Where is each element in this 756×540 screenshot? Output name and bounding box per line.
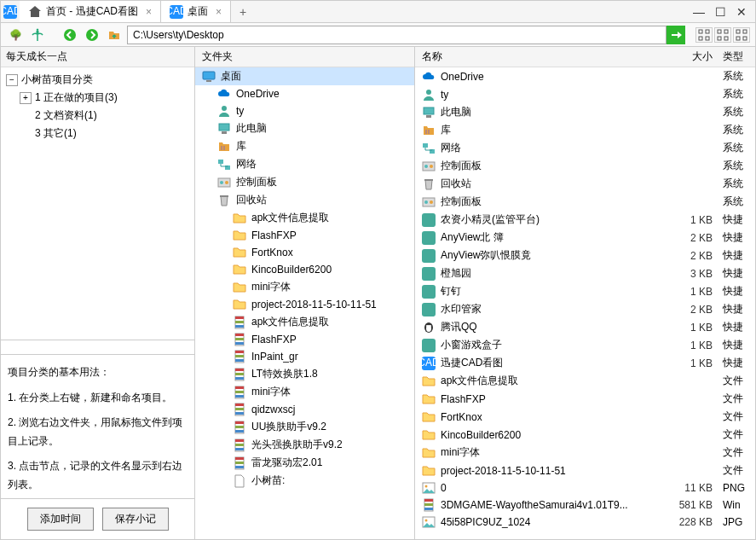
tree-item[interactable]: +1 正在做的项目(3) xyxy=(1,89,194,107)
tab-1[interactable]: 桌面× xyxy=(161,1,231,22)
file-type: JPG xyxy=(719,516,755,528)
file-size: 2 KB xyxy=(668,232,719,244)
file-item[interactable]: 农资小精灵(监管平台)1 KB快捷 xyxy=(415,211,755,229)
file-item[interactable]: 库系统 xyxy=(415,121,755,139)
minimize-button[interactable]: — xyxy=(693,5,705,19)
folder-item-label: FortKnox xyxy=(251,247,293,258)
file-item[interactable]: 迅捷CAD看图1 KB快捷 xyxy=(415,354,755,372)
file-item[interactable]: 网络系统 xyxy=(415,139,755,157)
file-type: 快捷 xyxy=(719,302,755,316)
tab-close-icon[interactable]: × xyxy=(146,6,152,18)
folder-item[interactable]: OneDrive xyxy=(195,85,414,102)
file-item[interactable]: mini字体文件 xyxy=(415,444,755,462)
palm-icon[interactable] xyxy=(28,26,47,44)
file-item[interactable]: 小窗游戏盒子1 KB快捷 xyxy=(415,336,755,354)
folder-item[interactable]: FlashFXP xyxy=(195,331,414,348)
save-note-button[interactable]: 保存小记 xyxy=(102,508,169,531)
toolbar: 🌳 xyxy=(1,23,755,47)
view-details-button[interactable] xyxy=(714,27,731,43)
tab-close-icon[interactable]: × xyxy=(216,6,222,18)
folder-item[interactable]: mini字体 xyxy=(195,383,414,401)
file-item[interactable]: 011 KBPNG xyxy=(415,479,755,496)
file-item[interactable]: 回收站系统 xyxy=(415,175,755,193)
folder-item[interactable]: KincoBuilder6200 xyxy=(195,261,414,278)
col-size[interactable]: 大小 xyxy=(668,49,719,64)
file-type: 系统 xyxy=(719,159,755,173)
file-item[interactable]: AnyView弥叭恨膜竟2 KB快捷 xyxy=(415,247,755,264)
folder-item[interactable]: qidzwxscj xyxy=(195,401,414,418)
view-icons-button[interactable] xyxy=(733,27,750,43)
pc-icon xyxy=(422,106,436,119)
file-item[interactable]: FlashFXP文件 xyxy=(415,390,755,408)
folder-item[interactable]: UU换肤助手v9.2 xyxy=(195,418,414,436)
file-item[interactable]: project-2018-11-5-10-11-51文件 xyxy=(415,462,755,479)
folder-icon xyxy=(422,392,436,406)
project-tree: − 小树苗项目分类 +1 正在做的项目(3)2 文档资料(1)3 其它(1) xyxy=(1,67,194,340)
tab-0[interactable]: 首页 - 迅捷CAD看图× xyxy=(20,1,161,22)
folder-item[interactable]: 光头强换肤助手v9.2 xyxy=(195,436,414,454)
folder-item[interactable]: FortKnox xyxy=(195,244,414,261)
folder-item[interactable]: 控制面板 xyxy=(195,173,414,191)
folder-list: 桌面OneDrivety此电脑库网络控制面板回收站apk文件信息提取FlashF… xyxy=(195,67,414,539)
file-name: OneDrive xyxy=(441,71,484,83)
folder-item[interactable]: 库 xyxy=(195,137,414,155)
maximize-button[interactable]: ☐ xyxy=(715,5,726,19)
file-name: FlashFXP xyxy=(441,393,486,405)
folder-item-label: mini字体 xyxy=(251,385,291,399)
up-button[interactable] xyxy=(105,26,124,44)
file-item[interactable]: 橙旭园3 KB快捷 xyxy=(415,264,755,282)
file-item[interactable]: 3DMGAME-WayoftheSamurai4v1.01T9...581 KB… xyxy=(415,496,755,514)
file-item[interactable]: 45i58PIC9UZ_1024228 KBJPG xyxy=(415,514,755,531)
tree-item[interactable]: 3 其它(1) xyxy=(1,125,194,142)
tree-icon[interactable]: 🌳 xyxy=(6,26,25,44)
collapse-icon[interactable]: − xyxy=(6,74,18,86)
col-type[interactable]: 类型 xyxy=(719,49,755,64)
folder-item[interactable]: apk文件信息提取 xyxy=(195,209,414,227)
address-input[interactable] xyxy=(127,26,667,44)
close-button[interactable]: ✕ xyxy=(736,5,747,19)
folder-item[interactable]: 雷龙驱动宏2.01 xyxy=(195,454,414,472)
file-item[interactable]: 腾讯QQ1 KB快捷 xyxy=(415,318,755,336)
lib-icon xyxy=(422,124,436,137)
folder-item[interactable]: FlashFXP xyxy=(195,227,414,244)
tab-add-button[interactable]: + xyxy=(231,5,255,19)
folder-item[interactable]: 此电脑 xyxy=(195,119,414,137)
folder-item[interactable]: LT特效换肤1.8 xyxy=(195,365,414,383)
folder-item[interactable]: ty xyxy=(195,102,414,119)
folder-item[interactable]: mini字体 xyxy=(195,278,414,296)
folder-item[interactable]: apk文件信息提取 xyxy=(195,313,414,331)
file-item[interactable]: 此电脑系统 xyxy=(415,103,755,121)
file-item[interactable]: 控制面板系统 xyxy=(415,193,755,211)
folder-item[interactable]: InPaint_gr xyxy=(195,348,414,365)
back-button[interactable] xyxy=(61,26,79,44)
view-list-button[interactable] xyxy=(695,27,713,43)
file-item[interactable]: OneDrive系统 xyxy=(415,67,755,85)
col-name[interactable]: 名称 xyxy=(415,49,668,64)
folder-item-label: 库 xyxy=(236,139,246,154)
tree-root[interactable]: − 小树苗项目分类 xyxy=(1,71,194,89)
file-item[interactable]: AnyView北 簿2 KB快捷 xyxy=(415,229,755,247)
folder-item[interactable]: project-2018-11-5-10-11-51 xyxy=(195,296,414,313)
folder-icon xyxy=(422,464,436,478)
go-button[interactable] xyxy=(667,26,685,44)
file-type: 文件 xyxy=(719,427,755,442)
folder-item[interactable]: 回收站 xyxy=(195,191,414,209)
left-panel-header: 每天成长一点 xyxy=(1,47,194,67)
help-text: 项目分类的基本用法： 1. 在分类上右键，新建和命名项目。 2. 浏览右边文件夹… xyxy=(1,354,194,499)
tree-item[interactable]: 2 文档资料(1) xyxy=(1,107,194,125)
file-item[interactable]: apk文件信息提取文件 xyxy=(415,372,755,390)
file-item[interactable]: FortKnox文件 xyxy=(415,408,755,426)
file-item[interactable]: 控制面板系统 xyxy=(415,157,755,175)
folder-item[interactable]: 网络 xyxy=(195,155,414,173)
file-name: 网络 xyxy=(441,141,461,155)
file-item[interactable]: 钉钉1 KB快捷 xyxy=(415,282,755,300)
add-time-button[interactable]: 添加时间 xyxy=(27,508,94,531)
file-item[interactable]: ty系统 xyxy=(415,85,755,103)
folder-item[interactable]: 桌面 xyxy=(195,67,414,85)
desktop-icon xyxy=(202,70,216,84)
expand-icon[interactable]: + xyxy=(20,92,32,104)
folder-item[interactable]: 小树苗: xyxy=(195,472,414,490)
file-item[interactable]: KincoBuilder6200文件 xyxy=(415,426,755,444)
file-item[interactable]: 水印管家2 KB快捷 xyxy=(415,300,755,318)
forward-button[interactable] xyxy=(83,26,101,44)
